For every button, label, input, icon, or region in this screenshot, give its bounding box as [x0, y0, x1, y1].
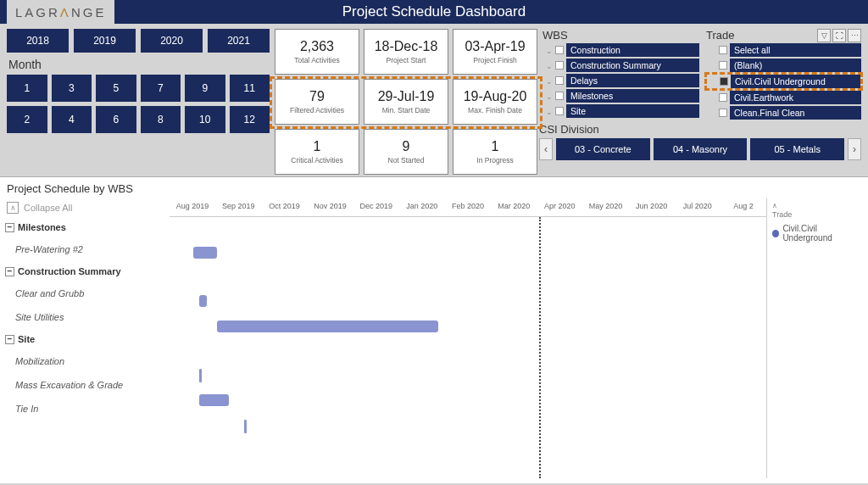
year-month-filters: 2018201920202021 Month 135791124681012: [7, 29, 270, 173]
wbs-item[interactable]: ⌄Milestones: [542, 89, 699, 103]
wbs-label[interactable]: Delays: [566, 74, 699, 87]
wbs-label[interactable]: Construction Summary: [566, 59, 699, 72]
gantt-bar[interactable]: [193, 247, 217, 259]
legend-dot-icon: [772, 230, 779, 237]
month-btn-4[interactable]: 4: [52, 106, 92, 133]
time-tick: Aug 2: [721, 198, 766, 216]
year-btn-2019[interactable]: 2019: [74, 29, 136, 53]
time-tick: Jul 2020: [675, 198, 721, 216]
checkbox[interactable]: [555, 107, 564, 115]
kpi-filtered-activities: 79Filtered Activities: [275, 79, 359, 125]
month-btn-12[interactable]: 12: [230, 106, 270, 133]
kpi-label: Max. Finish Date: [468, 106, 522, 114]
time-tick: Jun 2020: [629, 198, 675, 216]
month-btn-5[interactable]: 5: [96, 75, 136, 102]
wbs-filter: WBS ⌄Construction⌄Construction Summary⌄D…: [542, 29, 699, 173]
kpi-label: In Progress: [476, 156, 513, 164]
csi-btn[interactable]: 03 - Concrete: [556, 138, 650, 160]
kpi-not-started: 9Not Started: [364, 129, 448, 175]
task-item[interactable]: Pre-Watering #2: [0, 237, 170, 261]
task-group[interactable]: −Milestones: [0, 217, 170, 237]
checkbox[interactable]: [555, 61, 564, 70]
checkbox[interactable]: [555, 92, 564, 100]
chevron-down-icon[interactable]: ⌄: [546, 62, 554, 70]
month-btn-3[interactable]: 3: [52, 75, 92, 102]
trade-item[interactable]: Clean.Final Clean: [706, 106, 861, 120]
kpi-value: 9: [403, 139, 410, 154]
trade-item[interactable]: Civil.Earthwork: [706, 91, 861, 104]
wbs-label[interactable]: Milestones: [566, 89, 699, 103]
kpi-total-activities: 2,363Total Activities: [275, 29, 359, 75]
wbs-label[interactable]: Construction: [566, 43, 699, 57]
kpi-value: 1: [314, 139, 321, 154]
task-group[interactable]: −Site: [0, 329, 170, 349]
wbs-label[interactable]: Site: [566, 104, 699, 118]
trade-label[interactable]: Select all: [730, 43, 861, 57]
month-btn-6[interactable]: 6: [96, 106, 136, 133]
bar-row: [170, 387, 766, 413]
time-tick: Sep 2019: [215, 198, 261, 216]
trade-item[interactable]: (Blank): [706, 59, 861, 72]
gantt-bar[interactable]: [199, 369, 202, 382]
filter-icon[interactable]: ▽: [817, 29, 831, 42]
wbs-item[interactable]: ⌄Delays: [542, 74, 699, 87]
collapse-all[interactable]: ∧ Collapse All: [0, 198, 170, 217]
collapse-group-icon[interactable]: −: [5, 267, 14, 276]
year-btn-2020[interactable]: 2020: [141, 29, 203, 53]
checkbox[interactable]: [720, 77, 728, 86]
gantt-bar[interactable]: [199, 295, 206, 307]
checkbox[interactable]: [719, 46, 727, 54]
trade-item[interactable]: Civil.Civil Underground: [707, 75, 860, 88]
gantt-bar[interactable]: [217, 321, 437, 332]
task-group[interactable]: −Construction Summary: [0, 261, 170, 282]
chevron-down-icon[interactable]: ⌄: [546, 108, 554, 115]
month-btn-8[interactable]: 8: [141, 106, 181, 133]
checkbox[interactable]: [719, 93, 727, 102]
trade-item[interactable]: Select all: [706, 43, 861, 57]
year-btn-2018[interactable]: 2018: [7, 29, 69, 53]
month-btn-9[interactable]: 9: [185, 75, 225, 102]
month-btn-7[interactable]: 7: [141, 75, 181, 102]
month-btn-10[interactable]: 10: [185, 106, 225, 133]
focus-icon[interactable]: ⛶: [832, 29, 846, 42]
page-title: Project Schedule Dashboard: [0, 3, 868, 20]
task-group-label: Milestones: [18, 222, 66, 232]
chevron-down-icon[interactable]: ⌄: [546, 92, 554, 100]
wbs-item[interactable]: ⌄Site: [542, 104, 699, 118]
checkbox[interactable]: [719, 61, 727, 70]
wbs-item[interactable]: ⌄Construction: [542, 43, 699, 57]
checkbox[interactable]: [555, 46, 564, 54]
task-item[interactable]: Mass Excavation & Grade: [0, 373, 170, 397]
trade-label[interactable]: Civil.Civil Underground: [731, 75, 860, 88]
month-btn-11[interactable]: 11: [230, 75, 270, 102]
task-item[interactable]: Site Utilities: [0, 305, 170, 329]
bar-row: [170, 288, 766, 314]
task-item[interactable]: Clear and Grubb: [0, 282, 170, 305]
chevron-down-icon[interactable]: ⌄: [546, 77, 554, 85]
task-item[interactable]: Mobilization: [0, 349, 170, 373]
legend: ∧ Trade Civil.Civil Underground: [766, 198, 868, 478]
trade-label[interactable]: Civil.Earthwork: [730, 91, 861, 104]
scroll-up-icon[interactable]: ∧: [772, 202, 781, 210]
month-btn-2[interactable]: 2: [7, 106, 47, 133]
checkbox[interactable]: [555, 76, 564, 85]
kpi-label: Min. Start Date: [382, 106, 431, 114]
collapse-group-icon[interactable]: −: [5, 223, 14, 232]
gantt-bar[interactable]: [244, 420, 247, 433]
trade-label[interactable]: Clean.Final Clean: [730, 106, 861, 120]
task-item[interactable]: Tie In: [0, 397, 170, 421]
gantt-panel: Project Schedule by WBS ∧ Collapse All −…: [0, 176, 868, 483]
checkbox[interactable]: [719, 109, 727, 117]
month-btn-1[interactable]: 1: [7, 75, 47, 102]
chevron-down-icon[interactable]: ⌄: [546, 47, 554, 54]
year-btn-2021[interactable]: 2021: [208, 29, 270, 53]
gantt-bar[interactable]: [199, 394, 229, 406]
trade-label[interactable]: (Blank): [730, 59, 861, 72]
kpi-label: Filtered Activities: [290, 106, 344, 114]
collapse-group-icon[interactable]: −: [5, 335, 14, 344]
wbs-item[interactable]: ⌄Construction Summary: [542, 59, 699, 72]
time-tick: Apr 2020: [537, 198, 582, 216]
bar-row: [170, 240, 766, 265]
csi-prev-icon[interactable]: ‹: [539, 138, 553, 160]
more-icon[interactable]: ⋯: [848, 29, 861, 42]
